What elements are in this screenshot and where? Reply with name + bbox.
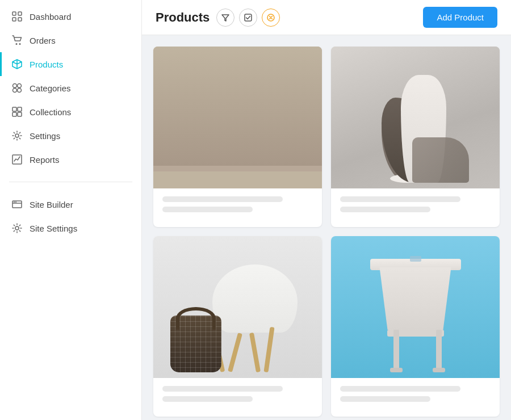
svg-rect-12 [12, 112, 16, 116]
product-image [153, 47, 322, 188]
page-title: Products [156, 10, 210, 25]
page-header: Products [142, 0, 511, 35]
sidebar-item-label: Site Builder [30, 200, 73, 209]
product-price-placeholder [340, 396, 430, 402]
svg-rect-0 [12, 12, 16, 15]
product-image [331, 47, 500, 188]
sidebar-item-settings[interactable]: Settings [0, 124, 141, 148]
product-card[interactable] [331, 47, 500, 227]
sidebar-item-dashboard[interactable]: Dashboard [0, 5, 141, 28]
products-area [142, 35, 511, 420]
products-grid [153, 47, 500, 417]
sidebar-item-collections[interactable]: Collections [0, 100, 141, 124]
dashboard-icon [11, 11, 23, 22]
check-filter-button[interactable] [239, 9, 257, 27]
cart-icon [11, 35, 23, 46]
svg-point-14 [15, 134, 19, 137]
sidebar-bottom-nav: Site Builder Site Settings [0, 188, 141, 245]
sidebar-item-products[interactable]: Products [0, 52, 141, 76]
sidebar-item-label: Products [30, 60, 63, 69]
svg-rect-10 [12, 107, 16, 111]
sidebar-divider [9, 182, 132, 182]
product-info [153, 378, 322, 417]
svg-point-19 [15, 226, 19, 230]
sidebar-item-site-settings[interactable]: Site Settings [0, 216, 141, 240]
svg-point-18 [15, 201, 16, 203]
header-filter-icons [216, 9, 280, 27]
product-name-placeholder [162, 196, 283, 202]
sidebar-item-categories[interactable]: Categories [0, 76, 141, 100]
svg-rect-13 [18, 112, 22, 116]
product-card[interactable] [331, 236, 500, 417]
product-info [331, 188, 500, 227]
svg-rect-1 [18, 12, 22, 15]
svg-point-6 [13, 84, 17, 88]
sidebar-item-label: Site Settings [30, 224, 77, 233]
svg-rect-3 [18, 18, 22, 21]
sidebar: Dashboard Orders Products [0, 0, 142, 420]
svg-point-4 [16, 43, 18, 45]
sidebar-item-label: Dashboard [30, 12, 71, 22]
svg-point-9 [18, 89, 22, 93]
products-icon [11, 58, 23, 70]
header-left: Products [156, 9, 280, 27]
site-builder-icon [11, 199, 23, 210]
sidebar-item-reports[interactable]: Reports [0, 148, 141, 171]
sidebar-item-label: Reports [30, 155, 60, 165]
sidebar-item-label: Settings [30, 131, 60, 141]
sidebar-nav: Dashboard Orders Products [0, 0, 141, 176]
filter-button[interactable] [216, 9, 234, 27]
product-name-placeholder [340, 196, 460, 202]
product-info [331, 378, 500, 417]
close-filter-button[interactable] [262, 9, 280, 27]
svg-rect-2 [12, 18, 16, 21]
product-image [331, 236, 500, 378]
product-info [153, 188, 322, 227]
sidebar-item-label: Categories [30, 83, 71, 93]
reports-icon [11, 154, 23, 165]
sidebar-item-label: Orders [30, 36, 56, 45]
sidebar-item-orders[interactable]: Orders [0, 28, 141, 52]
svg-point-8 [13, 89, 17, 93]
svg-point-7 [18, 84, 22, 88]
svg-point-5 [19, 43, 21, 45]
categories-icon [11, 82, 23, 94]
product-image [153, 236, 322, 378]
product-name-placeholder [340, 386, 460, 392]
collections-icon [11, 106, 23, 117]
product-price-placeholder [162, 396, 253, 402]
product-card[interactable] [153, 47, 322, 227]
product-card[interactable] [153, 236, 322, 417]
product-price-placeholder [162, 207, 253, 212]
svg-rect-11 [18, 107, 22, 111]
site-settings-icon [11, 222, 23, 234]
sidebar-item-site-builder[interactable]: Site Builder [0, 192, 141, 216]
settings-icon [11, 130, 23, 141]
main-content: Products [142, 0, 511, 420]
product-price-placeholder [340, 207, 430, 212]
add-product-button[interactable]: Add Product [423, 7, 497, 28]
product-name-placeholder [162, 386, 283, 392]
sidebar-item-label: Collections [30, 107, 71, 117]
svg-point-17 [14, 201, 15, 203]
